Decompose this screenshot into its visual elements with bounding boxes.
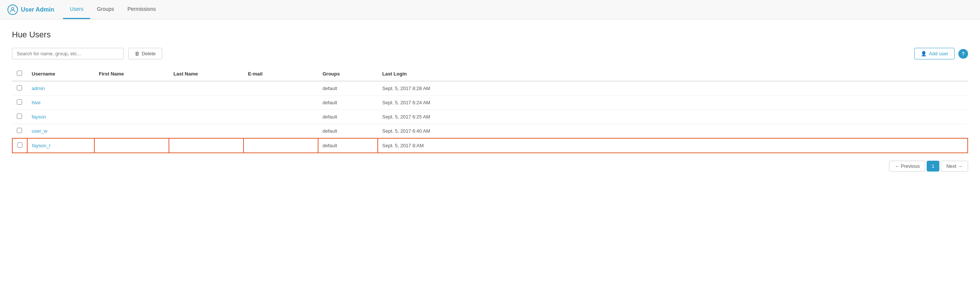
firstname-cell [94,96,169,110]
add-user-button[interactable]: 👤 Add user [914,48,955,59]
lastname-cell [169,138,243,153]
delete-label: Delete [142,51,156,56]
header-firstname: First Name [94,67,169,81]
lastname-cell [169,124,243,139]
lastlogin-cell: Sept. 5, 2017 6:40 AM [378,124,968,139]
trash-icon: 🗑 [135,51,140,56]
select-all-checkbox[interactable] [17,70,22,76]
row-checkbox[interactable] [17,85,22,90]
table-row: user_wdefaultSept. 5, 2017 6:40 AM [12,124,968,139]
firstname-cell [94,124,169,139]
tab-groups[interactable]: Groups [90,0,121,19]
lastname-cell [169,96,243,110]
page-title: Hue Users [12,30,968,40]
lastlogin-cell: Sept. 5, 2017 8:AM [378,138,968,153]
lastlogin-cell: Sept. 5, 2017 8:28 AM [378,81,968,96]
users-table: Username First Name Last Name E-mail Gro… [12,67,968,153]
header-lastname: Last Name [169,67,243,81]
header-checkbox-col [12,67,27,81]
lastlogin-cell: Sept. 5, 2017 6:25 AM [378,110,968,124]
groups-cell: default [318,96,378,110]
top-nav: User Admin Users Groups Permissions [0,0,980,19]
row-checkbox[interactable] [17,143,22,147]
lastlogin-cell: Sept. 5, 2017 6:24 AM [378,96,968,110]
header-email: E-mail [243,67,318,81]
help-button[interactable]: ? [958,49,968,59]
email-cell [243,81,318,96]
email-cell [243,124,318,139]
next-button[interactable]: Next → [941,161,968,171]
table-row: fayson_rdefaultSept. 5, 2017 8:AM [12,138,968,153]
row-checkbox[interactable] [17,114,22,119]
lastname-cell [169,81,243,96]
brand-label: User Admin [21,6,54,13]
username-link[interactable]: user_w [32,128,47,134]
header-groups: Groups [318,67,378,81]
groups-cell: default [318,138,378,153]
add-user-label: Add user [929,51,948,56]
firstname-cell [94,138,169,153]
page-number-1[interactable]: 1 [927,161,939,171]
user-plus-icon: 👤 [921,51,927,56]
firstname-cell [94,81,169,96]
nav-tabs: Users Groups Permissions [63,0,162,19]
toolbar-left: 🗑 Delete [12,48,162,59]
email-cell [243,96,318,110]
groups-cell: default [318,81,378,96]
toolbar-right: 👤 Add user ? [914,48,968,59]
main-content: Hue Users 🗑 Delete 👤 Add user ? Usernam [0,19,980,182]
lastname-cell [169,110,243,124]
table-row: admindefaultSept. 5, 2017 8:28 AM [12,81,968,96]
row-checkbox[interactable] [17,128,22,133]
nav-brand[interactable]: User Admin [8,5,54,15]
groups-cell: default [318,124,378,139]
row-checkbox[interactable] [17,99,22,105]
header-lastlogin: Last Login [378,67,968,81]
groups-cell: default [318,110,378,124]
table-row: faysondefaultSept. 5, 2017 6:25 AM [12,110,968,124]
svg-point-0 [11,8,14,10]
prev-button[interactable]: ← Previous [889,161,925,171]
toolbar: 🗑 Delete 👤 Add user ? [12,48,968,59]
table-body: admindefaultSept. 5, 2017 8:28 AMhivedef… [12,81,968,153]
tab-users[interactable]: Users [63,0,90,19]
search-input[interactable] [12,48,124,59]
email-cell [243,138,318,153]
pagination: ← Previous 1 Next → [12,161,968,171]
brand-icon [8,5,18,15]
header-username: Username [27,67,94,81]
username-link[interactable]: fayson_r [32,143,51,148]
table-row: hivedefaultSept. 5, 2017 6:24 AM [12,96,968,110]
email-cell [243,110,318,124]
username-link[interactable]: admin [32,86,45,91]
tab-permissions[interactable]: Permissions [121,0,162,19]
username-link[interactable]: fayson [32,114,46,120]
delete-button[interactable]: 🗑 Delete [128,48,162,59]
table-header: Username First Name Last Name E-mail Gro… [12,67,968,81]
username-link[interactable]: hive [32,100,41,106]
firstname-cell [94,110,169,124]
